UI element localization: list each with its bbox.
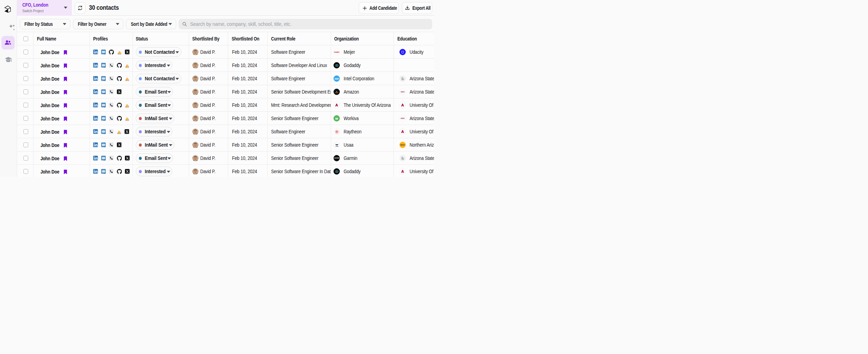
svg-text:a: a xyxy=(336,90,337,92)
svg-text:USAA: USAA xyxy=(335,145,338,147)
